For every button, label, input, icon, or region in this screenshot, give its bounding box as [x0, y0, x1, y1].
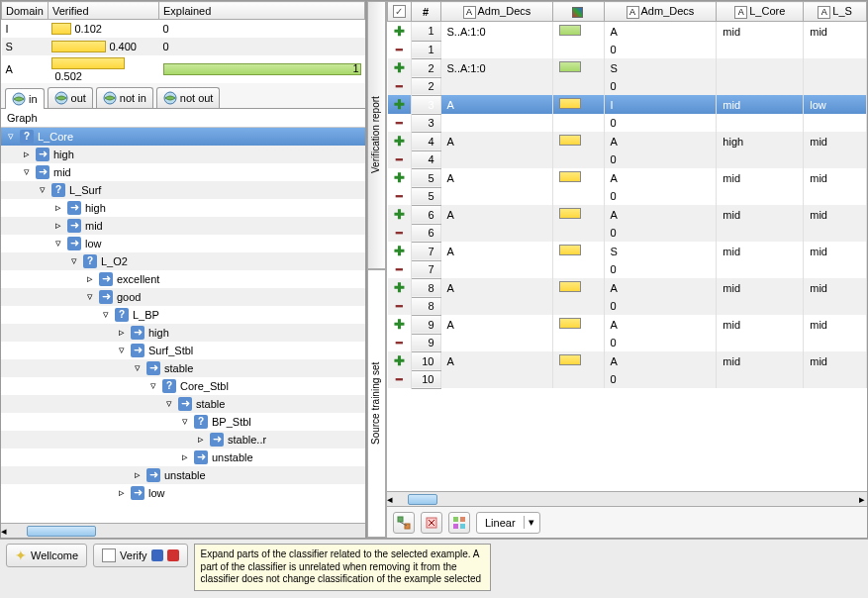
- expander-icon[interactable]: ▿: [179, 416, 191, 428]
- table-row[interactable]: ✚ 8 A A mid mid: [388, 278, 867, 297]
- table-row[interactable]: ━ 7 0: [388, 260, 867, 278]
- domain-row[interactable]: A 0.502 1: [2, 55, 365, 83]
- tab-in[interactable]: in: [5, 88, 45, 109]
- expander-icon[interactable]: ▿: [100, 309, 112, 321]
- tree-node[interactable]: ▿ ? L_O2: [1, 252, 365, 270]
- tree-node[interactable]: ▿ ➜ good: [1, 288, 365, 306]
- col-l-s[interactable]: L_S: [804, 2, 867, 22]
- tree-node[interactable]: ▿ ? L_Core: [1, 128, 365, 146]
- tree-node[interactable]: ▹ ➜ unstable: [1, 448, 365, 466]
- expander-icon[interactable]: ▿: [132, 362, 144, 374]
- tree-node[interactable]: ▿ ? Core_Stbl: [1, 377, 365, 395]
- expander-icon[interactable]: ▹: [52, 220, 64, 232]
- arrow-icon: ➜: [66, 200, 82, 216]
- table-row[interactable]: ✚ 9 A A mid mid: [388, 315, 867, 334]
- tree-node[interactable]: ▹ ➜ mid: [1, 217, 365, 235]
- expander-icon[interactable]: ▹: [21, 149, 33, 160]
- tree-label: high: [85, 202, 106, 214]
- table-row[interactable]: ✚ 6 A A mid mid: [388, 205, 867, 224]
- verify-button[interactable]: Verify: [93, 544, 188, 567]
- expander-icon[interactable]: ▹: [195, 434, 207, 446]
- tab-out[interactable]: out: [48, 87, 93, 108]
- col-check[interactable]: ✓: [388, 2, 412, 22]
- expander-icon[interactable]: ▹: [52, 202, 64, 214]
- col-explained[interactable]: Explained: [159, 2, 365, 20]
- table-row[interactable]: ✚ 5 A A mid mid: [388, 168, 867, 187]
- tree-node[interactable]: ▿ ➜ stable: [1, 395, 365, 413]
- star-icon: ✦: [15, 548, 27, 563]
- expander-icon[interactable]: ▿: [84, 291, 96, 303]
- col-verified[interactable]: Verified: [48, 2, 158, 20]
- tree-node[interactable]: ▹ ➜ low: [1, 484, 365, 502]
- col-number[interactable]: #: [411, 2, 440, 22]
- tree-node[interactable]: ▿ ? BP_Stbl: [1, 413, 365, 431]
- plus-icon: ✚: [394, 244, 405, 258]
- expander-icon[interactable]: ▿: [147, 380, 159, 392]
- expander-icon[interactable]: ▹: [84, 273, 96, 285]
- table-row[interactable]: ━ 8 0: [388, 297, 867, 315]
- table-row[interactable]: ━ 5 0: [388, 187, 867, 205]
- tree-node[interactable]: ▹ ➜ high: [1, 199, 365, 217]
- tree-node[interactable]: ▹ ➜ excellent: [1, 270, 365, 288]
- table-row[interactable]: ━ 2 0: [388, 77, 867, 95]
- col-l-core[interactable]: L_Core: [717, 2, 804, 22]
- tree-node[interactable]: ▿ ➜ mid: [1, 163, 365, 181]
- expander-icon[interactable]: ▹: [116, 487, 128, 499]
- wellcome-button[interactable]: ✦ Wellcome: [6, 544, 87, 567]
- tree-view[interactable]: ▿ ? L_Core ▹ ➜ high ▿ ➜ mid ▿ ? L_Surf ▹…: [1, 128, 365, 523]
- grid-button[interactable]: [448, 512, 470, 534]
- table-row[interactable]: ━ 4 0: [388, 150, 867, 168]
- table-row[interactable]: ━ 9 0: [388, 334, 867, 351]
- tree-node[interactable]: ▿ ? L_Surf: [1, 181, 365, 199]
- tree-node[interactable]: ▿ ➜ low: [1, 235, 365, 252]
- expander-icon[interactable]: ▿: [52, 238, 64, 249]
- expander-icon[interactable]: ▿: [21, 166, 33, 178]
- table-row[interactable]: ━ 10 0: [388, 370, 867, 388]
- vtab-source-training-set[interactable]: Source training set: [367, 269, 386, 538]
- table-row[interactable]: ━ 3 0: [388, 114, 867, 132]
- expander-icon[interactable]: ▹: [179, 451, 191, 463]
- scale-combo[interactable]: Linear▾: [476, 512, 540, 534]
- expander-icon[interactable]: ▹: [132, 469, 144, 481]
- table-row[interactable]: ✚ 2 S..A:1:0 S: [388, 58, 867, 77]
- tree-node[interactable]: ▹ ➜ high: [1, 324, 365, 342]
- table-row[interactable]: ✚ 3 A I mid low: [388, 95, 867, 114]
- arrow-icon: ➜: [145, 360, 161, 376]
- tab-not-out[interactable]: not out: [156, 87, 221, 108]
- vtab-verification-report[interactable]: Verification report: [367, 1, 386, 269]
- tree-node[interactable]: ▿ ? L_BP: [1, 306, 365, 324]
- tree-node[interactable]: ▹ ➜ stable..r: [1, 431, 365, 448]
- col-adm-decs-2[interactable]: Adm_Decs: [604, 2, 717, 22]
- table-row[interactable]: ✚ 1 S..A:1:0 A mid mid: [388, 22, 867, 42]
- minus-icon: ━: [396, 153, 403, 165]
- expander-icon[interactable]: ▿: [116, 345, 128, 356]
- tree-node[interactable]: ▹ ➜ high: [1, 146, 365, 163]
- world-icon: [163, 91, 177, 105]
- tooltip: Expand parts of the classifier related t…: [194, 544, 491, 591]
- question-icon: ?: [161, 378, 177, 394]
- table-row[interactable]: ✚ 7 A S mid mid: [388, 242, 867, 260]
- expander-icon[interactable]: ▿: [163, 398, 175, 410]
- table-row[interactable]: ✚ 4 A A high mid: [388, 132, 867, 150]
- expander-icon[interactable]: ▿: [5, 131, 17, 143]
- data-table: ✓ # Adm_Decs Adm_Decs L_Core L_S ✚ 1 S..…: [387, 1, 867, 389]
- expander-icon[interactable]: ▿: [68, 255, 80, 267]
- expander-icon[interactable]: ▹: [116, 327, 128, 339]
- col-adm-decs-1[interactable]: Adm_Decs: [440, 2, 553, 22]
- tree-node[interactable]: ▹ ➜ unstable: [1, 466, 365, 484]
- table-row[interactable]: ✚ 10 A A mid mid: [388, 351, 867, 370]
- domain-row[interactable]: S 0.400 0: [2, 38, 365, 55]
- domain-row[interactable]: I 0.102 0: [2, 20, 365, 38]
- tree-hscroll[interactable]: ◂: [1, 523, 365, 538]
- col-domain[interactable]: Domain: [2, 2, 48, 20]
- tree-node[interactable]: ▿ ➜ Surf_Stbl: [1, 342, 365, 359]
- table-row[interactable]: ━ 6 0: [388, 224, 867, 242]
- table-row[interactable]: ━ 1 0: [388, 41, 867, 58]
- delete-button[interactable]: [421, 512, 442, 534]
- expander-icon[interactable]: ▿: [37, 184, 48, 196]
- tree-node[interactable]: ▿ ➜ stable: [1, 359, 365, 377]
- expand-tree-button[interactable]: [393, 512, 415, 534]
- tab-not-in[interactable]: not in: [96, 87, 153, 108]
- data-hscroll[interactable]: ◂▸: [387, 491, 867, 506]
- col-color[interactable]: [553, 2, 604, 22]
